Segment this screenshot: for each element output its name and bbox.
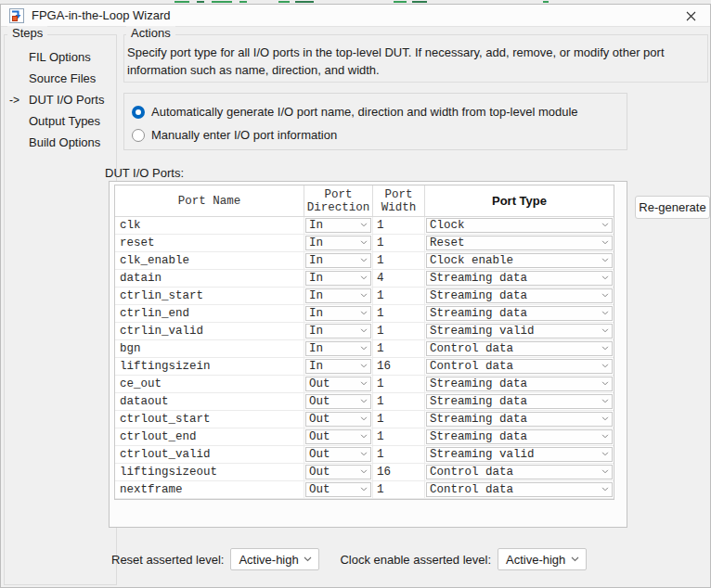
port-type-select[interactable]: Control data: [426, 465, 613, 479]
port-type-select[interactable]: Clock enable: [426, 253, 613, 268]
port-width-cell[interactable]: 1: [373, 393, 425, 410]
port-direction-select[interactable]: In: [305, 306, 371, 321]
radio-option-auto-generate[interactable]: Automatically generate I/O port name, di…: [132, 100, 627, 123]
port-type-select[interactable]: Streaming data: [426, 288, 613, 303]
port-name-cell[interactable]: ctrlout_end: [115, 428, 304, 445]
port-type-select[interactable]: Streaming data: [426, 377, 613, 391]
port-direction-cell: Out: [304, 411, 373, 428]
port-name-cell[interactable]: liftingsizeout: [115, 464, 304, 480]
port-type-select[interactable]: Streaming valid: [426, 324, 613, 339]
radio-selected-icon[interactable]: [132, 106, 145, 119]
header-port-direction: Port Direction: [304, 185, 373, 216]
port-name-cell[interactable]: ctrlout_valid: [115, 446, 304, 463]
port-type-select[interactable]: Streaming data: [426, 271, 613, 286]
chevron-down-icon: [601, 258, 609, 262]
port-type-value: Streaming data: [430, 307, 527, 320]
chevron-down-icon: [601, 487, 609, 492]
port-name-cell[interactable]: ctrlin_start: [115, 288, 304, 304]
port-type-value: Streaming valid: [430, 448, 535, 461]
port-name-cell[interactable]: ctrlout_start: [115, 411, 304, 428]
port-type-select[interactable]: Streaming data: [426, 412, 613, 427]
port-direction-select[interactable]: In: [305, 324, 371, 339]
port-direction-select[interactable]: In: [305, 236, 371, 250]
port-width-cell[interactable]: 1: [373, 288, 425, 304]
port-direction-select[interactable]: Out: [305, 447, 371, 462]
port-name-cell[interactable]: datain: [115, 270, 304, 287]
port-direction-select[interactable]: In: [305, 341, 371, 356]
port-direction-select[interactable]: Out: [305, 429, 371, 444]
port-type-cell: Streaming data: [425, 270, 614, 287]
port-name-cell[interactable]: nextframe: [115, 481, 304, 498]
regenerate-button[interactable]: Re-generate: [635, 196, 710, 219]
port-width-cell[interactable]: 4: [373, 270, 425, 287]
sidebar-item-build-options[interactable]: Build Options: [9, 132, 115, 153]
table-row-bgn: bgnIn1Control data: [115, 340, 614, 358]
port-direction-value: In: [309, 254, 323, 267]
port-direction-select[interactable]: Out: [305, 412, 371, 427]
radio-unselected-icon[interactable]: [132, 129, 145, 142]
port-type-select[interactable]: Streaming valid: [426, 447, 613, 462]
port-name-cell[interactable]: ctrlin_valid: [115, 323, 304, 339]
port-name-cell[interactable]: clk: [115, 217, 304, 234]
port-type-select[interactable]: Clock: [426, 218, 613, 233]
clock-enable-asserted-level-select[interactable]: Active-high: [498, 548, 587, 570]
port-width-cell[interactable]: 1: [373, 305, 425, 322]
chevron-down-icon: [360, 399, 368, 403]
port-type-select[interactable]: Streaming data: [426, 429, 613, 444]
artifact-dash: [394, 1, 407, 3]
port-type-select[interactable]: Streaming data: [426, 394, 613, 409]
port-direction-select[interactable]: Out: [305, 482, 371, 497]
port-type-select[interactable]: Control data: [426, 359, 613, 374]
port-name-cell[interactable]: ce_out: [115, 376, 304, 392]
port-width-cell[interactable]: 1: [373, 252, 425, 269]
radio-option-manual-entry[interactable]: Manually enter I/O port information: [132, 123, 627, 147]
port-direction-select[interactable]: In: [305, 253, 371, 268]
port-direction-select[interactable]: In: [305, 359, 371, 374]
artifact-dash: [412, 1, 427, 3]
port-type-select[interactable]: Streaming data: [426, 306, 613, 321]
radio-option-label: Automatically generate I/O port name, di…: [151, 105, 578, 119]
port-direction-select[interactable]: Out: [305, 465, 371, 479]
port-direction-select[interactable]: In: [305, 218, 371, 233]
port-name-cell[interactable]: reset: [115, 235, 304, 251]
port-width-cell[interactable]: 1: [373, 376, 425, 392]
port-type-select[interactable]: Control data: [426, 341, 613, 356]
port-direction-select[interactable]: Out: [305, 377, 371, 391]
port-width-cell[interactable]: 16: [373, 464, 425, 480]
port-name-cell[interactable]: bgn: [115, 340, 304, 357]
port-width-cell[interactable]: 1: [373, 323, 425, 339]
table-row-liftingsizeout: liftingsizeoutOut16Control data: [115, 464, 614, 481]
port-direction-select[interactable]: In: [305, 288, 371, 303]
port-direction-value: In: [309, 289, 323, 302]
port-width-cell[interactable]: 1: [373, 481, 425, 498]
port-direction-cell: Out: [304, 428, 373, 445]
port-width-cell[interactable]: 1: [373, 446, 425, 463]
port-direction-select[interactable]: In: [305, 271, 371, 286]
port-direction-select[interactable]: Out: [305, 394, 371, 409]
chevron-down-icon: [360, 487, 368, 492]
port-name-cell[interactable]: liftingsizein: [115, 358, 304, 375]
port-direction-cell: In: [304, 270, 373, 287]
port-type-select[interactable]: Reset: [426, 236, 613, 250]
port-type-select[interactable]: Control data: [426, 482, 613, 497]
reset-asserted-level-select[interactable]: Active-high: [230, 548, 319, 570]
port-direction-value: In: [309, 307, 323, 320]
sidebar-item-source-files[interactable]: Source Files: [9, 68, 115, 89]
close-button[interactable]: [677, 5, 705, 27]
port-width-cell[interactable]: 1: [373, 411, 425, 428]
chevron-down-icon: [601, 240, 609, 245]
sidebar-item-fil-options[interactable]: FIL Options: [9, 46, 115, 68]
port-name-cell[interactable]: clk_enable: [115, 252, 304, 269]
port-name-cell[interactable]: ctrlin_end: [115, 305, 304, 322]
port-name-cell[interactable]: dataout: [115, 393, 304, 410]
port-width-cell[interactable]: 16: [373, 358, 425, 375]
sidebar-item-dut-i-o-ports[interactable]: ->DUT I/O Ports: [9, 89, 115, 110]
port-width-cell[interactable]: 1: [373, 235, 425, 251]
port-direction-value: Out: [309, 377, 330, 390]
port-direction-cell: Out: [304, 393, 373, 410]
port-direction-cell: In: [304, 305, 373, 322]
port-width-cell[interactable]: 1: [373, 340, 425, 357]
port-width-cell[interactable]: 1: [373, 428, 425, 445]
port-width-cell[interactable]: 1: [373, 217, 425, 234]
sidebar-item-output-types[interactable]: Output Types: [9, 110, 115, 132]
